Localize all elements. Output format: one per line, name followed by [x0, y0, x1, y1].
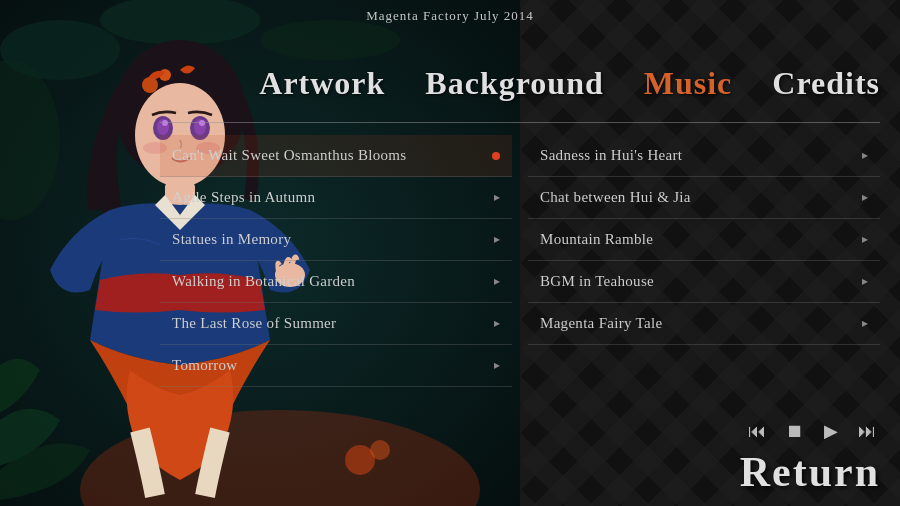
svg-point-15 — [199, 120, 205, 126]
track-label: Tomorrow — [172, 357, 486, 374]
stop-button[interactable]: ⏹ — [782, 417, 808, 446]
svg-point-21 — [370, 440, 390, 460]
track-item-track6[interactable]: Tomorrow▸ — [160, 345, 512, 387]
nav-tab-credits[interactable]: Credits — [772, 65, 880, 102]
nav-tabs: ArtworkBackgroundMusicCredits — [259, 65, 880, 102]
track-label: Mountain Ramble — [540, 231, 854, 248]
track-item-track3[interactable]: Statues in Memory▸ — [160, 219, 512, 261]
return-button[interactable]: Return — [740, 448, 880, 496]
track-label: Agile Steps in Autumn — [172, 189, 486, 206]
track-label: Statues in Memory — [172, 231, 486, 248]
track-item-track8[interactable]: Chat between Hui & Jia▸ — [528, 177, 880, 219]
track-label: Sadness in Hui's Heart — [540, 147, 854, 164]
track-arrow-icon: ▸ — [862, 232, 868, 247]
play-button[interactable]: ▶ — [820, 416, 842, 446]
track-label: The Last Rose of Summer — [172, 315, 486, 332]
playing-indicator — [492, 152, 500, 160]
track-arrow-icon: ▸ — [862, 190, 868, 205]
track-item-track11[interactable]: Magenta Fairy Tale▸ — [528, 303, 880, 345]
track-label: Magenta Fairy Tale — [540, 315, 854, 332]
svg-point-3 — [260, 20, 400, 60]
music-container: Can't Wait Sweet Osmanthus BloomsAgile S… — [160, 135, 880, 387]
track-arrow-icon: ▸ — [494, 232, 500, 247]
track-item-track9[interactable]: Mountain Ramble▸ — [528, 219, 880, 261]
track-item-track7[interactable]: Sadness in Hui's Heart▸ — [528, 135, 880, 177]
svg-point-14 — [162, 120, 168, 126]
track-arrow-icon: ▸ — [494, 190, 500, 205]
playback-controls: ⏮ ⏹ ▶ ⏭ — [744, 416, 880, 446]
track-item-track1[interactable]: Can't Wait Sweet Osmanthus Blooms — [160, 135, 512, 177]
track-arrow-icon: ▸ — [494, 316, 500, 331]
track-arrow-icon: ▸ — [862, 274, 868, 289]
app-subtitle: Magenta Factory July 2014 — [0, 8, 900, 24]
track-label: Can't Wait Sweet Osmanthus Blooms — [172, 147, 484, 164]
track-arrow-icon: ▸ — [862, 316, 868, 331]
music-left-column: Can't Wait Sweet Osmanthus BloomsAgile S… — [160, 135, 512, 387]
next-track-button[interactable]: ⏭ — [854, 417, 880, 446]
music-right-column: Sadness in Hui's Heart▸Chat between Hui … — [528, 135, 880, 387]
track-label: Walking in Botanical Garden — [172, 273, 486, 290]
svg-point-7 — [142, 77, 158, 93]
track-item-track5[interactable]: The Last Rose of Summer▸ — [160, 303, 512, 345]
nav-tab-background[interactable]: Background — [425, 65, 603, 102]
track-arrow-icon: ▸ — [494, 274, 500, 289]
nav-separator — [160, 122, 880, 123]
nav-tab-music[interactable]: Music — [644, 65, 733, 102]
track-label: BGM in Teahouse — [540, 273, 854, 290]
prev-track-button[interactable]: ⏮ — [744, 417, 770, 446]
track-item-track4[interactable]: Walking in Botanical Garden▸ — [160, 261, 512, 303]
track-label: Chat between Hui & Jia — [540, 189, 854, 206]
track-item-track2[interactable]: Agile Steps in Autumn▸ — [160, 177, 512, 219]
track-arrow-icon: ▸ — [494, 358, 500, 373]
track-arrow-icon: ▸ — [862, 148, 868, 163]
track-item-track10[interactable]: BGM in Teahouse▸ — [528, 261, 880, 303]
nav-tab-artwork[interactable]: Artwork — [259, 65, 385, 102]
